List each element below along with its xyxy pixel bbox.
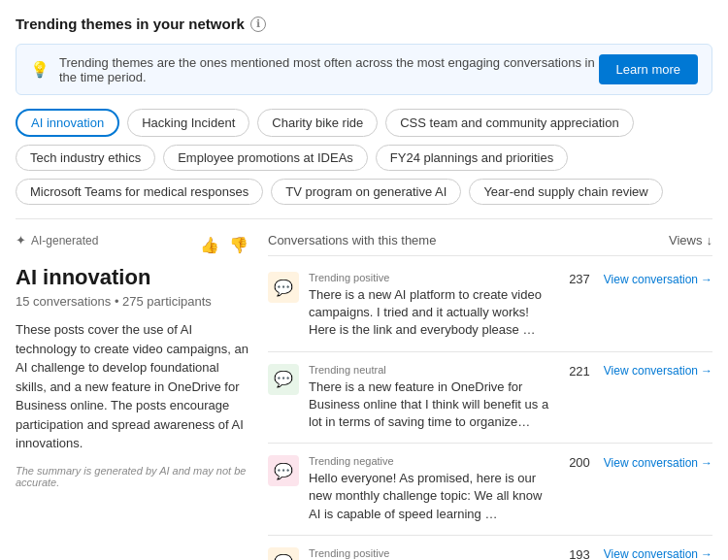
view-conversation-button[interactable]: View conversation →: [604, 364, 712, 378]
conversation-body: Trending neutral There is a new feature …: [309, 364, 551, 432]
sparkle-icon: ✦: [16, 233, 26, 247]
learn-more-button[interactable]: Learn more: [599, 54, 698, 84]
tag-year-end-supply-chain-review[interactable]: Year-end supply chain review: [469, 179, 662, 205]
views-count: 237: [561, 272, 590, 286]
thumbs-down-button[interactable]: 👎: [229, 236, 248, 254]
views-column-header: Views ↓: [669, 233, 712, 247]
sentiment-label: Trending negative: [309, 455, 551, 467]
conversation-right: 237 View conversation →: [561, 272, 712, 286]
conversations-column-header: Conversations with this theme: [268, 233, 436, 247]
thumbs-up-button[interactable]: 👍: [200, 236, 219, 254]
conversation-body: Trending positive Look I found the perfe…: [309, 547, 551, 560]
ai-generated-label: ✦ AI-generated: [16, 233, 98, 247]
views-count: 200: [561, 455, 590, 470]
view-conversation-button[interactable]: View conversation →: [604, 547, 712, 560]
divider: [16, 218, 712, 219]
conversation-bubble: 💬: [268, 455, 299, 486]
banner-text: Trending themes are the ones mentioned m…: [59, 55, 599, 84]
tag-ai-innovation[interactable]: AI innovation: [16, 109, 119, 137]
conversation-right: 221 View conversation →: [561, 364, 712, 379]
conversation-body: Trending negative Hello everyone! As pro…: [309, 455, 551, 523]
conversations-header: Conversations with this theme Views ↓: [268, 233, 712, 256]
tag-employee-promotions-at-ideas[interactable]: Employee promotions at IDEAs: [163, 145, 368, 171]
conversation-right: 200 View conversation →: [561, 455, 712, 470]
table-row: 💬 Trending neutral There is a new featur…: [268, 352, 712, 445]
tag-charity-bike-ride[interactable]: Charity bike ride: [257, 109, 378, 137]
arrow-icon: →: [701, 547, 712, 560]
info-banner: 💡 Trending themes are the ones mentioned…: [16, 44, 712, 95]
sentiment-label: Trending neutral: [309, 364, 551, 376]
conversation-text: There is a new feature in OneDrive for B…: [309, 379, 551, 432]
conversation-bubble: 💬: [268, 272, 299, 303]
tag-tech-industry-ethics[interactable]: Tech industry ethics: [16, 145, 155, 171]
left-panel: ✦ AI-generated 👍 👎 AI innovation 15 conv…: [16, 233, 248, 560]
views-count: 221: [561, 364, 590, 379]
table-row: 💬 Trending negative Hello everyone! As p…: [268, 444, 712, 536]
conversations-list: 💬 Trending positive There is a new AI pl…: [268, 260, 712, 560]
conversation-body: Trending positive There is a new AI plat…: [309, 272, 551, 340]
conversation-text: There is a new AI platform to create vid…: [309, 286, 551, 340]
bulb-icon: 💡: [30, 60, 50, 79]
page-title: Trending themes in your network: [16, 16, 245, 32]
tag-tv-program-on-generative-ai[interactable]: TV program on generative AI: [271, 179, 461, 205]
view-conversation-button[interactable]: View conversation →: [604, 456, 712, 470]
content-area: ✦ AI-generated 👍 👎 AI innovation 15 conv…: [16, 233, 712, 560]
theme-title: AI innovation: [16, 265, 248, 290]
arrow-icon: →: [701, 364, 712, 378]
table-row: 💬 Trending positive There is a new AI pl…: [268, 260, 712, 352]
sort-icon[interactable]: ↓: [707, 233, 713, 247]
tag-css-team-and-community-appreciation[interactable]: CSS team and community appreciation: [385, 109, 633, 137]
tag-microsoft-teams-for-medical-responses[interactable]: Microsoft Teams for medical responses: [16, 179, 263, 205]
conversation-text: Hello everyone! As promised, here is our…: [309, 470, 551, 523]
sentiment-label: Trending positive: [309, 547, 551, 559]
tag-hacking-incident[interactable]: Hacking Incident: [127, 109, 249, 137]
tag-fy24-plannings-and-priorities[interactable]: FY24 plannings and priorities: [376, 145, 568, 171]
tags-container: AI innovationHacking IncidentCharity bik…: [16, 109, 712, 205]
table-row: 💬 Trending positive Look I found the per…: [268, 536, 712, 560]
views-count: 193: [561, 547, 590, 560]
info-icon[interactable]: ℹ: [250, 16, 266, 32]
ai-disclaimer: The summary is generated by AI and may n…: [16, 465, 248, 488]
conversation-right: 193 View conversation →: [561, 547, 712, 560]
right-panel: Conversations with this theme Views ↓ 💬 …: [268, 233, 712, 560]
arrow-icon: →: [701, 273, 712, 286]
theme-description: These posts cover the use of AI technolo…: [16, 320, 248, 453]
view-conversation-button[interactable]: View conversation →: [604, 273, 712, 286]
sentiment-label: Trending positive: [309, 272, 551, 283]
ai-generated-text: AI-generated: [31, 234, 98, 247]
conversation-bubble: 💬: [268, 547, 299, 560]
arrow-icon: →: [701, 456, 712, 470]
theme-meta: 15 conversations • 275 participants: [16, 294, 248, 309]
conversation-bubble: 💬: [268, 364, 299, 395]
